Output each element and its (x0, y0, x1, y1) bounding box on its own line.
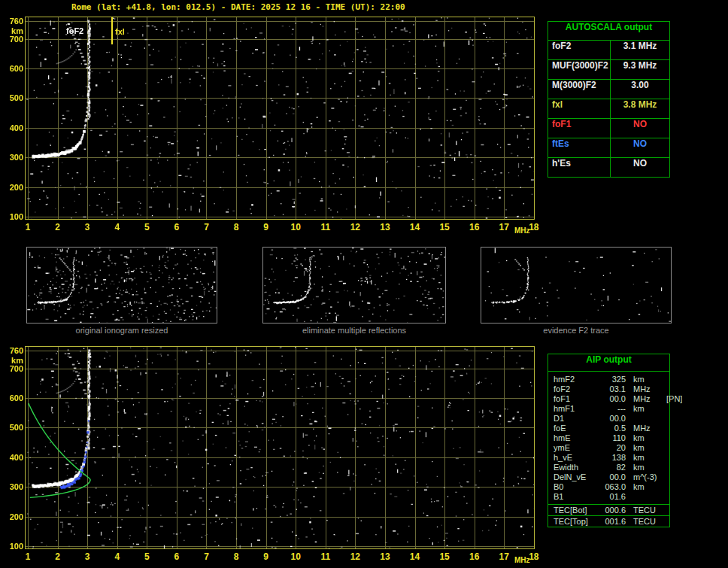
aip-row-name: hmE (554, 433, 599, 443)
thumbnail-caption-reflections: eliminate multiple reflections (262, 326, 446, 335)
aip-row-value: 0.5 (599, 424, 626, 433)
aip-tec-section: TEC[Bot]000.6TECUTEC[Top]001.6TECU (548, 504, 669, 527)
aip-row-unit: TECU (626, 505, 665, 515)
x-tick-label: 10 (287, 551, 305, 562)
ionogram-canvas-bottom (26, 347, 534, 548)
autoscala-row-label: foF1 (548, 119, 611, 138)
x-tick-label: 1 (19, 222, 37, 232)
x-tick-label: 7 (197, 222, 215, 232)
aip-row-value: 325 (599, 375, 626, 384)
thumbnail-canvas-evidence (481, 248, 671, 323)
aip-row-name: TEC[Bot] (554, 505, 599, 515)
x-tick-label: 16 (466, 222, 484, 232)
aip-row: foF100.0MHz[PN] (548, 394, 669, 404)
aip-row-name: Ewidth (554, 463, 599, 472)
thumbnail-eliminate-reflections (262, 247, 446, 323)
aip-row-note (665, 453, 669, 463)
x-tick-label: 17 (495, 222, 513, 232)
autoscala-row: foF23.1 MHz (548, 41, 669, 60)
y-tick-label: 200 (2, 183, 23, 192)
aip-row-name: TEC[Top] (554, 516, 599, 527)
x-tick-label: 3 (78, 222, 96, 232)
aip-row-name: ymE (554, 443, 599, 453)
autoscala-row: M(3000)F23.00 (548, 80, 669, 99)
aip-row-unit (626, 492, 665, 502)
page-title: Rome (lat: +41.8, lon: 012.5) - DATE: 20… (71, 2, 405, 12)
autoscala-row-label: M(3000)F2 (548, 80, 611, 99)
thumbnail-evidence-f2 (481, 247, 672, 323)
y-tick-label: 400 (2, 123, 23, 132)
x-axis-unit-label: MHz (514, 226, 530, 235)
autoscala-row-value: 3.00 (611, 80, 669, 99)
x-axis-unit-label: MHz (514, 556, 530, 564)
aip-row-unit: km (626, 463, 665, 472)
y-axis-unit-label: km (2, 26, 23, 35)
autoscala-row-value: 3.8 MHz (611, 99, 669, 118)
x-tick-label: 7 (197, 551, 215, 562)
autoscala-row-value: NO (611, 138, 669, 157)
aip-row: foF203.1MHz (548, 384, 669, 394)
x-tick-label: 3 (78, 551, 96, 562)
y-tick-label: 700 (2, 364, 23, 373)
aip-row-name: hmF1 (554, 404, 599, 414)
y-axis-unit-label: km (2, 356, 23, 365)
thumbnail-caption-evidence: evidence F2 trace (481, 326, 672, 335)
x-tick-label: 11 (317, 222, 335, 232)
x-tick-label: 2 (49, 551, 67, 562)
y-tick-label: 600 (2, 393, 23, 402)
autoscala-row: fxl3.8 MHz (548, 99, 669, 119)
x-tick-label: 16 (466, 551, 484, 562)
autoscala-row: ftEsNO (548, 138, 669, 158)
thumbnail-canvas-original (27, 248, 217, 323)
x-tick-label: 5 (138, 222, 156, 232)
aip-row-note (665, 414, 669, 424)
x-tick-label: 13 (376, 222, 394, 232)
aip-title: AIP output (548, 354, 669, 372)
autoscala-row: h'EsNO (548, 158, 669, 177)
aip-row-unit: TECU (626, 516, 665, 527)
aip-row-unit: MHz (626, 384, 665, 394)
aip-row-value: 03.1 (599, 384, 626, 394)
autoscala-row-label: h'Es (548, 158, 611, 177)
y-tick-label: 760 (2, 346, 23, 355)
x-tick-label: 12 (346, 222, 364, 232)
y-tick-label: 300 (2, 153, 23, 162)
x-tick-label: 11 (317, 551, 335, 562)
x-tick-label: 1 (19, 551, 37, 562)
autoscala-row-label: MUF(3000)F2 (548, 60, 611, 79)
aip-row: hmF1---km (548, 404, 669, 414)
aip-row: DelN_vE00.0m^(-3) (548, 472, 669, 482)
fxI-marker-label: fxl (115, 27, 125, 36)
autoscala-row: MUF(3000)F29.3 MHz (548, 60, 669, 80)
aip-row-value: 00.0 (599, 394, 626, 404)
aip-table-body: hmF2325kmfoF203.1MHzfoF100.0MHz[PN]hmF1-… (548, 372, 669, 504)
autoscala-row-value: NO (611, 119, 669, 138)
aip-row: ymE20km (548, 443, 669, 453)
aip-row-unit: km (626, 453, 665, 463)
autoscala-row-label: fxl (548, 99, 611, 118)
autoscala-row-label: foF2 (548, 41, 611, 59)
aip-row-name: foF1 (554, 394, 599, 404)
aip-row-value: 82 (599, 463, 626, 472)
y-tick-label: 300 (2, 482, 23, 491)
x-tick-label: 17 (495, 551, 513, 562)
autoscala-row-value: 9.3 MHz (611, 60, 669, 79)
ionogram-canvas-top (26, 17, 534, 219)
y-tick-label: 700 (2, 35, 23, 44)
aip-row-note (665, 516, 669, 527)
autoscala-row-value: NO (611, 158, 669, 177)
x-tick-label: 9 (257, 222, 275, 232)
aip-row-name: D1 (554, 414, 599, 424)
aip-row-note (665, 375, 669, 384)
aip-row: hmF2325km (548, 375, 669, 384)
fxI-marker-line (111, 17, 113, 44)
thumbnail-canvas-reflections (263, 248, 445, 323)
aip-row-note (665, 463, 669, 472)
y-tick-label: 500 (2, 423, 23, 432)
aip-row-note: [PN] (665, 394, 682, 404)
aip-row-name: B1 (554, 492, 599, 502)
aip-row-value: 110 (599, 433, 626, 443)
aip-row: foE0.5MHz (548, 424, 669, 433)
x-tick-label: 8 (227, 551, 245, 562)
aip-row-note (665, 433, 669, 443)
